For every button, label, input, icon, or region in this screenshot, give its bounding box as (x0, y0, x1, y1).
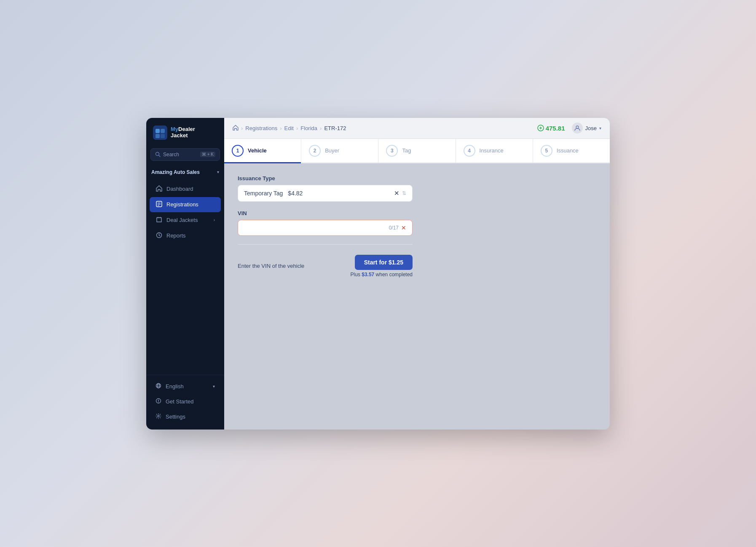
sidebar-item-label: Dashboard (166, 186, 193, 192)
user-avatar (572, 123, 583, 133)
sidebar-item-deal-jackets[interactable]: Deal Jackets › (150, 213, 221, 228)
settings-label: Settings (166, 414, 185, 420)
svg-point-17 (158, 415, 159, 417)
issuance-spinner-icon[interactable]: ⇅ (402, 190, 406, 196)
vin-input[interactable] (244, 224, 389, 231)
get-started-label: Get Started (166, 398, 193, 405)
step-circle-1: 1 (232, 145, 244, 157)
nav-menu: Dashboard Registrations Deal Jackets › (146, 179, 224, 375)
svg-line-6 (159, 155, 161, 157)
issuance-type-select[interactable]: Temporary Tag $4.82 ✕ ⇅ (238, 185, 413, 202)
sidebar-item-label: Deal Jackets (166, 217, 198, 223)
deal-jackets-arrow-icon: › (214, 218, 215, 222)
dealer-chevron-icon: ▾ (217, 170, 219, 174)
search-label: Search (163, 152, 179, 157)
breadcrumb-registrations[interactable]: Registrations (245, 125, 277, 131)
sidebar-item-label: Registrations (166, 201, 198, 208)
action-row: Enter the VIN of the vehicle Start for $… (238, 255, 413, 278)
step-circle-5: 5 (541, 145, 552, 157)
vehicle-form: Issuance Type Temporary Tag $4.82 ✕ ⇅ VI… (238, 175, 596, 278)
svg-rect-3 (155, 134, 160, 138)
search-button[interactable]: Search ⌘ + K (150, 148, 220, 161)
get-started-icon (155, 398, 161, 405)
step-label-vehicle: Vehicle (248, 147, 267, 154)
app-window: MyDealer Jacket Search ⌘ + K Amazing Aut… (146, 118, 610, 430)
step-tab-issuance[interactable]: 5 Issuance (533, 139, 610, 163)
dollar-circle-icon (537, 125, 544, 131)
get-started-button[interactable]: Get Started (150, 394, 221, 409)
step-tab-insurance[interactable]: 4 Insurance (456, 139, 533, 163)
sidebar-item-registrations[interactable]: Registrations (150, 197, 221, 212)
breadcrumb-sep: › (280, 125, 281, 131)
content-area: Issuance Type Temporary Tag $4.82 ✕ ⇅ VI… (224, 163, 610, 430)
svg-rect-1 (155, 129, 160, 133)
step-tab-tag[interactable]: 3 Tag (378, 139, 456, 163)
issuance-clear-icon[interactable]: ✕ (394, 189, 399, 197)
user-name: Jose (585, 125, 597, 131)
balance-amount: 475.81 (546, 125, 565, 132)
sidebar-item-reports[interactable]: Reports (150, 228, 221, 243)
hint-text: Enter the VIN of the vehicle (238, 263, 304, 269)
breadcrumb-edit[interactable]: Edit (284, 125, 294, 131)
step-circle-3: 3 (386, 145, 398, 157)
logo-icon (153, 125, 167, 140)
issuance-type-value: Temporary Tag (244, 190, 283, 197)
step-circle-4: 4 (464, 145, 475, 157)
reports-icon (155, 232, 162, 240)
svg-point-19 (576, 126, 579, 128)
header: › Registrations › Edit › Florida › ETR-1… (224, 118, 610, 139)
vin-label: VIN (238, 210, 596, 216)
search-icon (155, 152, 161, 157)
step-label-insurance: Insurance (480, 147, 504, 154)
language-chevron-icon: ▾ (213, 384, 215, 389)
divider (238, 244, 413, 245)
svg-rect-2 (161, 129, 165, 133)
vin-counter: 0/17 (389, 225, 399, 231)
breadcrumb-current: ETR-172 (324, 125, 346, 131)
step-bar: 1 Vehicle 2 Buyer 3 Tag 4 Insurance 5 Is… (224, 139, 610, 163)
language-label: English (166, 383, 184, 390)
sidebar-bottom: English ▾ Get Started Settings (146, 375, 224, 430)
svg-rect-4 (161, 134, 165, 138)
logo: MyDealer Jacket (146, 118, 224, 147)
step-tab-vehicle[interactable]: 1 Vehicle (224, 139, 301, 163)
breadcrumb-sep: › (320, 125, 322, 131)
plus-text: Plus $3.57 when completed (351, 272, 413, 278)
breadcrumb: › Registrations › Edit › Florida › ETR-1… (233, 125, 346, 132)
user-menu[interactable]: Jose ▾ (572, 123, 601, 133)
issuance-type-label: Issuance Type (238, 175, 596, 181)
dealer-selector[interactable]: Amazing Auto Sales ▾ (146, 166, 224, 179)
vin-input-wrapper: 0/17 ✕ (238, 220, 413, 236)
issuance-price: $4.82 (288, 190, 303, 197)
breadcrumb-sep: › (241, 125, 243, 131)
logo-text: MyDealer Jacket (171, 126, 195, 139)
settings-button[interactable]: Settings (150, 409, 221, 424)
start-button[interactable]: Start for $1.25 (355, 255, 413, 270)
vin-clear-icon[interactable]: ✕ (401, 224, 406, 231)
breadcrumb-florida[interactable]: Florida (300, 125, 317, 131)
language-icon (155, 383, 161, 390)
svg-point-12 (156, 383, 161, 388)
header-right: 475.81 Jose ▾ (537, 123, 601, 133)
language-selector[interactable]: English ▾ (150, 379, 221, 394)
dealer-name: Amazing Auto Sales (151, 169, 200, 175)
registrations-icon (155, 201, 162, 208)
step-label-tag: Tag (402, 147, 411, 154)
svg-rect-0 (153, 125, 167, 140)
sidebar: MyDealer Jacket Search ⌘ + K Amazing Aut… (146, 118, 224, 430)
step-tab-buyer[interactable]: 2 Buyer (301, 139, 378, 163)
sidebar-item-label: Reports (166, 232, 186, 239)
balance-display: 475.81 (537, 125, 565, 132)
user-chevron-icon: ▾ (599, 126, 601, 131)
sidebar-item-dashboard[interactable]: Dashboard (150, 181, 221, 197)
settings-icon (155, 413, 161, 420)
step-circle-2: 2 (309, 145, 321, 157)
step-label-issuance: Issuance (557, 147, 579, 154)
breadcrumb-sep: › (296, 125, 298, 131)
action-right: Start for $1.25 Plus $3.57 when complete… (351, 255, 413, 278)
search-shortcut: ⌘ + K (200, 152, 215, 157)
home-icon (155, 185, 162, 193)
plus-amount: $3.57 (362, 272, 374, 278)
home-breadcrumb-icon[interactable] (233, 125, 239, 132)
deal-jackets-icon (155, 216, 162, 224)
